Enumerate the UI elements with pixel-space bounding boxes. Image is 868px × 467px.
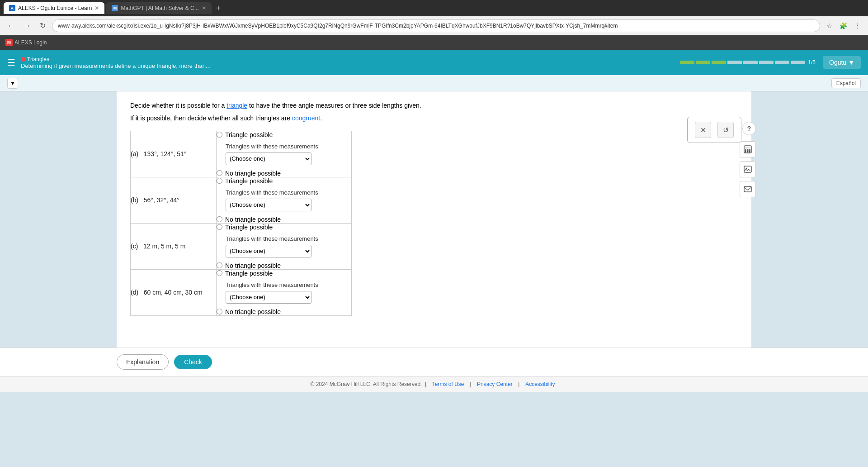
extensions-button[interactable]: 🧩 bbox=[837, 20, 850, 31]
browser-toolbar: ← → ↻ ☆ 🧩 ⋮ bbox=[0, 16, 868, 35]
spacer bbox=[130, 325, 738, 343]
radio-possible-label-a: Triangle possible bbox=[225, 131, 273, 138]
svg-rect-10 bbox=[744, 186, 751, 192]
radio-possible-label-c: Triangle possible bbox=[225, 224, 273, 231]
no-triangle-label-a: No triangle possible bbox=[225, 170, 281, 177]
sub-label-c: Triangles with these measurements bbox=[226, 235, 351, 242]
svg-rect-7 bbox=[749, 151, 750, 152]
address-bar[interactable] bbox=[52, 19, 820, 32]
answer-reset-button[interactable]: ↺ bbox=[717, 122, 734, 138]
explanation-button[interactable]: Explanation bbox=[117, 354, 169, 370]
tab-mathgpt[interactable]: M MathGPT | AI Math Solver & C... ✕ bbox=[106, 2, 211, 14]
accessibility-link[interactable]: Accessibility bbox=[525, 381, 555, 387]
dropdown-b[interactable]: (Choose one) are all congruent (only one… bbox=[226, 199, 311, 211]
collapse-button[interactable]: ▼ bbox=[7, 78, 18, 89]
alexs-login-label: ALEXS Login bbox=[14, 39, 47, 46]
svg-point-9 bbox=[746, 168, 747, 169]
header-subtitle: Determining if given measurements define… bbox=[21, 62, 211, 69]
table-row: (b) 56°, 32°, 44° Triangle possible Tria… bbox=[131, 177, 352, 223]
prob-options-d: Triangle possible Triangles with these m… bbox=[217, 269, 352, 315]
tab-label-aleks: ALEKS - Ogutu Eunice - Learn bbox=[18, 5, 92, 11]
progress-seg-3 bbox=[712, 61, 726, 64]
radio-no-triangle-d: No triangle possible bbox=[217, 308, 351, 315]
browser-chrome: A ALEKS - Ogutu Eunice - Learn ✕ M MathG… bbox=[0, 0, 868, 16]
prob-options-c: Triangle possible Triangles with these m… bbox=[217, 223, 352, 269]
tab-close-aleks[interactable]: ✕ bbox=[94, 5, 99, 11]
progress-bar bbox=[680, 61, 805, 64]
prob-label-a: (a) 133°, 124°, 51° bbox=[131, 131, 217, 177]
radio-triangle-possible-c: Triangle possible bbox=[217, 224, 351, 231]
table-row: (c) 12 m, 5 m, 5 m Triangle possible Tri… bbox=[131, 223, 352, 269]
help-button[interactable]: ? bbox=[742, 122, 756, 135]
forward-button[interactable]: → bbox=[21, 20, 33, 32]
app-header: ☰ Triangles Determining if given measure… bbox=[0, 50, 868, 75]
radio-possible-d[interactable] bbox=[217, 270, 222, 276]
dropdown-row-c: (Choose one) are all congruent (only one… bbox=[226, 245, 351, 257]
calculator-button[interactable] bbox=[740, 141, 756, 157]
image-button[interactable] bbox=[740, 161, 756, 177]
back-button[interactable]: ← bbox=[5, 20, 17, 32]
breadcrumb-topic: Triangles bbox=[27, 56, 49, 62]
terms-link[interactable]: Terms of Use bbox=[432, 381, 464, 387]
alexs-icon: M bbox=[5, 39, 13, 46]
sub-label-b: Triangles with these measurements bbox=[226, 189, 351, 196]
prob-options-a: Triangle possible Triangles with these m… bbox=[217, 131, 352, 177]
radio-possible-label-b: Triangle possible bbox=[225, 177, 273, 185]
svg-rect-8 bbox=[744, 166, 751, 172]
bookmark-button[interactable]: ☆ bbox=[824, 20, 835, 31]
radio-possible-label-d: Triangle possible bbox=[225, 270, 273, 277]
mail-button[interactable] bbox=[740, 181, 756, 197]
svg-rect-5 bbox=[745, 151, 746, 152]
radio-possible-b[interactable] bbox=[217, 178, 222, 184]
dropdown-a[interactable]: (Choose one) are all congruent (only one… bbox=[226, 152, 311, 165]
image-icon bbox=[743, 165, 752, 174]
header-topic: Triangles Determining if given measureme… bbox=[21, 56, 211, 69]
instruction-line2: If it is possible, then decide whether a… bbox=[130, 113, 738, 123]
progress-seg-1 bbox=[680, 61, 694, 64]
hamburger-button[interactable]: ☰ bbox=[7, 57, 15, 68]
prob-label-b: (b) 56°, 32°, 44° bbox=[131, 177, 217, 223]
radio-possible-c[interactable] bbox=[217, 224, 222, 230]
radio-triangle-possible-a: Triangle possible bbox=[217, 131, 351, 138]
dropdown-row-d: (Choose one) are all congruent (only one… bbox=[226, 291, 351, 304]
header-breadcrumb: Triangles bbox=[21, 56, 211, 62]
user-menu-button[interactable]: Ogutu ▼ bbox=[823, 56, 861, 69]
reload-button[interactable]: ↻ bbox=[37, 19, 48, 32]
dropdown-row-b: (Choose one) are all congruent (only one… bbox=[226, 199, 351, 211]
more-options-button[interactable]: ⋮ bbox=[852, 20, 863, 31]
svg-rect-4 bbox=[749, 149, 750, 151]
svg-rect-3 bbox=[747, 149, 749, 151]
radio-possible-a[interactable] bbox=[217, 132, 222, 138]
progress-label: 1/5 bbox=[808, 59, 816, 66]
tab-favicon-aleks: A bbox=[9, 5, 15, 11]
progress-container: 1/5 bbox=[680, 59, 816, 66]
radio-no-triangle-input-c[interactable] bbox=[217, 262, 222, 268]
answer-close-button[interactable]: ✕ bbox=[695, 122, 711, 138]
espanol-button[interactable]: Español bbox=[831, 78, 861, 88]
tab-close-mathgpt[interactable]: ✕ bbox=[202, 5, 206, 11]
privacy-link[interactable]: Privacy Center bbox=[477, 381, 513, 387]
dropdown-c[interactable]: (Choose one) are all congruent (only one… bbox=[226, 245, 311, 257]
mail-icon bbox=[743, 185, 752, 194]
radio-triangle-possible-d: Triangle possible bbox=[217, 270, 351, 277]
no-triangle-label-c: No triangle possible bbox=[225, 262, 281, 269]
radio-no-triangle-input-d[interactable] bbox=[217, 309, 222, 315]
radio-no-triangle-input-b[interactable] bbox=[217, 216, 222, 222]
check-button[interactable]: Check bbox=[174, 355, 212, 369]
radio-no-triangle-a: No triangle possible bbox=[217, 170, 351, 177]
progress-seg-2 bbox=[696, 61, 710, 64]
svg-rect-2 bbox=[745, 149, 746, 151]
header-right: 1/5 Ogutu ▼ bbox=[680, 56, 861, 69]
tab-aleks[interactable]: A ALEKS - Ogutu Eunice - Learn ✕ bbox=[4, 2, 104, 14]
radio-no-triangle-c: No triangle possible bbox=[217, 262, 351, 269]
triangle-link[interactable]: triangle bbox=[226, 102, 247, 109]
dropdown-d[interactable]: (Choose one) are all congruent (only one… bbox=[226, 291, 311, 304]
new-tab-button[interactable]: + bbox=[213, 4, 224, 13]
radio-no-triangle-input-a[interactable] bbox=[217, 170, 222, 176]
alexs-login-item[interactable]: M ALEXS Login bbox=[5, 39, 47, 46]
svg-rect-1 bbox=[745, 147, 750, 148]
toolbar-actions: ☆ 🧩 ⋮ bbox=[824, 20, 863, 31]
congruent-link[interactable]: congruent bbox=[292, 114, 320, 122]
progress-seg-7 bbox=[775, 61, 789, 64]
radio-triangle-possible-b: Triangle possible bbox=[217, 177, 351, 185]
